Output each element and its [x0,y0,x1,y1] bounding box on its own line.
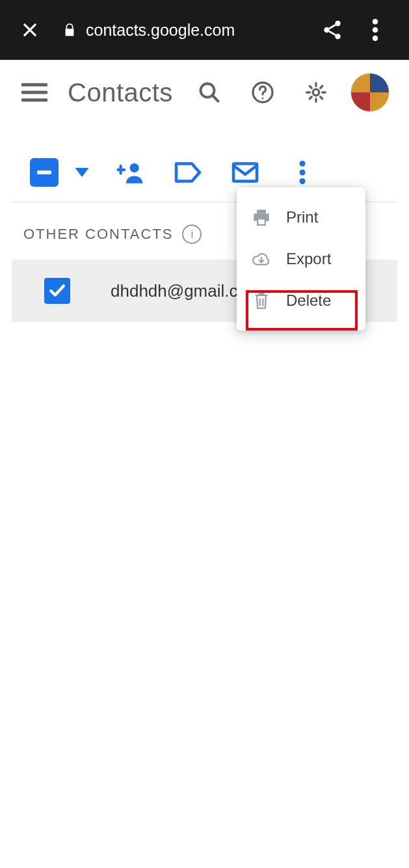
menu-item-label: Print [286,208,318,226]
share-button[interactable] [317,14,348,46]
close-tab-button[interactable] [18,18,42,42]
select-dropdown-arrow[interactable] [74,168,90,177]
svg-point-3 [373,19,378,25]
svg-point-14 [300,178,306,184]
menu-item-print[interactable]: Print [237,197,365,238]
svg-point-10 [130,163,139,172]
svg-point-4 [373,27,378,33]
search-button[interactable] [192,75,227,110]
menu-item-delete[interactable]: Delete [237,280,365,321]
menu-item-export[interactable]: Export [237,238,365,280]
app-title: Contacts [68,78,173,107]
browser-bar: contacts.google.com [0,0,409,60]
svg-rect-16 [257,219,265,224]
settings-button[interactable] [298,75,334,110]
svg-rect-15 [257,210,266,213]
svg-point-2 [335,34,341,40]
more-actions-button[interactable] [286,156,319,189]
menu-item-label: Delete [286,292,331,310]
print-icon [251,207,272,228]
svg-rect-11 [233,164,257,182]
url-bar[interactable]: contacts.google.com [62,21,317,40]
hamburger-menu-button[interactable] [20,77,49,107]
add-person-button[interactable] [114,156,147,189]
label-button[interactable] [172,156,204,189]
contact-checkbox[interactable] [44,278,70,304]
trash-icon [251,290,272,311]
select-all-toggle[interactable] [30,158,59,187]
account-avatar[interactable] [350,73,389,112]
menu-item-label: Export [286,250,331,268]
more-actions-menu: Print Export Delete [237,187,365,331]
svg-point-12 [300,161,306,167]
browser-more-button[interactable] [360,14,391,46]
section-title: OTHER CONTACTS [23,226,173,243]
svg-point-13 [300,170,306,176]
app-header: Contacts [0,60,409,125]
svg-point-5 [373,36,378,42]
lock-icon [62,22,77,38]
email-button[interactable] [229,156,261,189]
info-icon[interactable]: i [182,224,202,244]
cloud-download-icon [251,249,272,269]
url-text: contacts.google.com [86,21,235,40]
svg-point-9 [313,89,319,96]
help-button[interactable] [245,75,280,110]
svg-point-0 [335,21,341,26]
svg-point-8 [262,98,264,100]
svg-point-1 [324,27,330,33]
